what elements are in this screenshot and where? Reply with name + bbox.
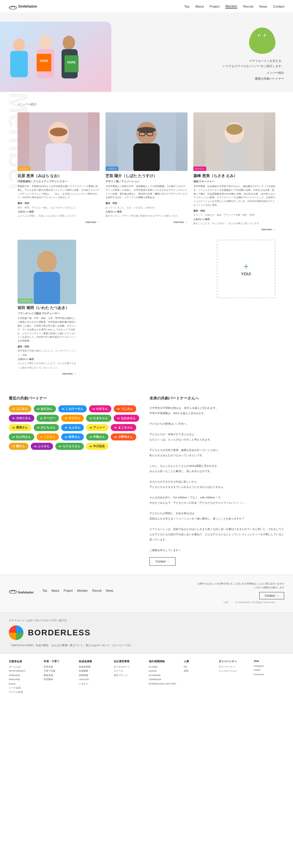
partner-badge: ∞栗美さん [9,424,31,431]
bottom-link[interactable]: ホームとは [9,665,39,669]
footer-right: 企業やちなみふとの仕事を増えること楽しめる可能性はこんなに増えほがいはずかしずか… [196,582,284,599]
member-photo-ita [18,240,76,304]
member-role-nao: 代表取締役 / クリエイティブディレクター [18,180,99,184]
bottom-link[interactable]: 子育て支援 [43,669,74,673]
footer-nav-link[interactable]: News [106,589,113,592]
bottom-link[interactable]: ASEAN [149,669,179,673]
bottom-link[interactable]: インクルージョン [218,669,249,673]
footer-nav-link[interactable]: Member [77,589,88,592]
footer-nav-link[interactable]: Top [42,589,47,592]
bottom-link[interactable]: 支援概要 [79,669,109,673]
hero-link-partner[interactable]: 最恵の共創パートナー [255,76,284,82]
partner-message: 未来の共創パートナーさんへ 小中学生の不登校を抱えは、30万人を超えと言われます… [149,396,284,566]
note-logo: note © Smilehaton All Rights Reserved. [9,599,284,605]
bottom-link[interactable]: Emery [9,682,39,686]
svg-point-6 [63,36,75,50]
bottom-link[interactable]: 学習教材 [43,678,74,682]
footer-nav-link[interactable]: Project [64,589,73,592]
bottom-col-title: 学習・子育て [43,660,74,663]
bottom-link[interactable]: 採用情報 [79,673,109,678]
member-desc-ita: 大学院修了後、中学・高校・大学・専門学校の講師として教壇に立ちながら理数系・中学… [18,317,76,343]
bottom-link[interactable]: Facebook [254,673,284,677]
svg-point-34 [37,251,57,273]
bottom-link[interactable]: 学習支援 [43,665,74,669]
bottom-link[interactable]: ポータルサイト [114,665,144,669]
footer-nav-link[interactable]: Recruit [92,589,102,592]
member-tag-ita: いわたさん [18,299,33,303]
nav-top[interactable]: Top [184,5,189,8]
you-label: YOU! [241,272,252,276]
bottom-link[interactable]: GLOBAL [149,665,179,669]
svg-rect-3 [10,51,28,77]
partner-layout: 最近の共創パートナー ∞ふじさん∞あすみん∞しもけーさん∞のざさん∞うしさん∞さ… [0,387,293,575]
hero-tagline: スマイルハトンを支える、 いつでもスマイルなメンバーをご紹介します。 [223,58,284,69]
nav-contact[interactable]: Contact [273,5,284,8]
svg-text:HOPE: HOPE [67,61,76,64]
partner-badge: ∞まこちゃん [111,424,136,431]
partner-message-text: 小中学生の不登校を抱えは、30万人を超えと言われます。中学の中退者数は、500人… [149,405,284,553]
bottom-link[interactable]: MYANMAR [149,673,179,678]
bottom-link[interactable]: NPOFUNDANど [9,669,39,673]
bottom-link[interactable]: スマイル会員 [9,690,39,694]
member-tag-nao: なおさん [18,166,30,171]
bottom-link[interactable]: スクール [114,669,144,673]
svg-text:HOPE: HOPE [40,59,48,63]
footer-logo: Smilehaton [9,588,34,594]
member-desc-miya: 大学卒業後、社会福祉の大学院で学びながら、福祉施設でボランティアを始める。ソーシ… [194,185,275,207]
hero-mascot [249,28,275,54]
member-name-ibo: 芝垣 陽介（しばた たうすけ） [106,173,187,179]
bottom-link[interactable]: 助成金情報 [79,665,109,669]
bottom-link[interactable]: 家族支援 [43,673,74,678]
bottom-col: 海外展開情報GLOBALASEANMYANMARCAMBODIABORDERLE… [149,660,179,694]
partner-grid: ∞ふじさん∞あすみん∞しもけーさん∞のざさん∞うしさん∞さゆりさん∞チーピー∞す… [9,405,141,450]
bottom-link[interactable]: 自社ブランド [114,673,144,678]
svg-point-32 [226,124,243,135]
contact-button[interactable]: Contact → [149,557,176,566]
partner-badge: ∞もぶさん [61,424,84,431]
interview-link-nao[interactable]: Interview [18,221,99,224]
partner-badge: ∞ふじさん [9,405,31,412]
partner-badge: ∞中川先生 [86,443,109,450]
footer-contact-button[interactable]: Contact → [259,592,284,599]
partners-left: 最近の共創パートナー ∞ふじさん∞あすみん∞しもけーさん∞のざさん∞うしさん∞さ… [9,396,141,566]
svg-point-13 [254,29,270,43]
hero-link-member[interactable]: メンバー紹介 [255,70,284,76]
bottom-link[interactable]: 採用 [184,669,214,673]
nav-member[interactable]: Member [225,4,237,8]
interview-link-miya[interactable]: Interview [194,228,275,231]
bottom-link[interactable]: UPBRAND [9,673,39,678]
bottom-link[interactable]: トーク会員 [9,686,39,690]
member-desc-ibo: 大学卒業後より美術の中学・高校教師として10年間勤務。その後デジタルデザインの世… [106,185,187,199]
interview-link-ita[interactable]: Interview [18,372,76,375]
svg-point-25 [137,127,156,133]
interview-link-ibo[interactable]: Interview [106,221,187,224]
svg-point-2 [13,39,25,52]
nav-news[interactable]: News [259,5,267,8]
bottom-col: 学習・子育て学習支援子育て支援家族支援学習教材 [43,660,74,694]
bottom-link[interactable]: HR [184,665,214,669]
svg-point-4 [39,35,52,50]
member-card-miya: みやさん 嘉峰 恵美（らさき えみ） 福祉マネージャー 大学卒業後、社会福祉の大… [194,113,275,231]
bottom-link[interactable]: CAMBODIA [149,678,179,682]
partner-badge: ∞中島さん [86,433,109,440]
nav-about[interactable]: About [195,5,204,8]
bottom-col-title: 助成金情報 [79,660,109,663]
partner-badge: ∞たまちゃん [86,415,112,422]
bottom-link[interactable]: BORDERLESS FACTORY [149,682,179,686]
bottom-link[interactable]: Instagram [254,664,284,668]
member-meta-ibo: 趣味・特技 おってつくること、もの、いけばな、お茶もの 人生のいい格言 花がさい… [106,202,187,218]
logo: Smilehaton [9,3,37,9]
nav-recruit[interactable]: Recruit [243,5,254,8]
member-row-bottom: いわたさん 前田 篤明（いわた たつあき） フランチャイズ総合プロデューサー 大… [18,240,275,375]
partner-badge: ∞なおみさん [114,415,139,422]
bottom-link[interactable]: ダイバーシティ [218,665,249,669]
bottom-link[interactable]: MAKUAKE [9,678,39,682]
bottom-link[interactable]: LAGOON [79,678,109,682]
bottom-link[interactable]: Twitter [254,668,284,672]
bottom-link[interactable]: ふるさと [79,682,109,686]
footer-nav-link[interactable]: About [52,589,59,592]
partner-badge: ∞チーピー [37,415,59,422]
svg-point-21 [50,128,67,136]
nav-project[interactable]: Project [209,5,219,8]
member-role-miya: 福祉マネージャー [194,180,275,184]
